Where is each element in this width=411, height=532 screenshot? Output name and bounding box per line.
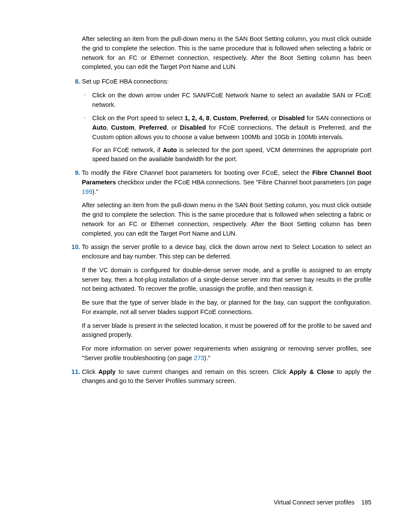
- sub-text: Click on the down arrow under FC SAN/FCo…: [92, 91, 371, 110]
- step-9-p1: To modify the Fibre Channel boot paramet…: [82, 168, 371, 196]
- step-9-p2: After selecting an item from the pull-do…: [82, 201, 371, 238]
- page-footer: Virtual Connect server profiles 185: [274, 498, 371, 507]
- intro-paragraph: After selecting an item from the pull-do…: [82, 34, 371, 72]
- step-11: 11. Click Apply to save current changes …: [82, 367, 371, 386]
- step-11-text: Click Apply to save current changes and …: [82, 367, 371, 386]
- step-number: 8.: [70, 77, 80, 87]
- step-8-sub-2: ○ Click on the Port speed to select 1, 2…: [92, 114, 371, 164]
- circle-bullet-icon: ○: [84, 93, 86, 98]
- page-link-273[interactable]: 273: [194, 355, 204, 361]
- page-link-199[interactable]: 199: [82, 188, 92, 195]
- step-10-p5: For more information on server power req…: [82, 344, 371, 363]
- sub-text: Click on the Port speed to select 1, 2, …: [92, 114, 371, 142]
- footer-title: Virtual Connect server profiles: [274, 499, 354, 506]
- step-10-p1: To assign the server profile to a device…: [82, 243, 371, 261]
- page-number: 185: [361, 499, 371, 506]
- step-8-sub-1: ○ Click on the down arrow under FC SAN/F…: [92, 91, 371, 110]
- step-8: 8. Set up FCoE HBA connections: ○ Click …: [82, 77, 371, 164]
- step-10: 10. To assign the server profile to a de…: [82, 243, 371, 363]
- step-10-p2: If the VC domain is configured for doubl…: [82, 266, 371, 294]
- step-9: 9. To modify the Fibre Channel boot para…: [82, 168, 371, 238]
- circle-bullet-icon: ○: [84, 115, 86, 121]
- step-number: 11.: [70, 367, 80, 377]
- step-10-p3: Be sure that the type of server blade in…: [82, 298, 371, 317]
- step-10-p4: If a server blade is present in the sele…: [82, 321, 371, 340]
- step-number: 10.: [70, 243, 80, 252]
- sub-text: For an FCoE network, if Auto is selected…: [92, 146, 371, 165]
- step-number: 9.: [70, 168, 80, 178]
- step-8-lead: Set up FCoE HBA connections:: [82, 77, 371, 87]
- document-content: After selecting an item from the pull-do…: [82, 34, 371, 386]
